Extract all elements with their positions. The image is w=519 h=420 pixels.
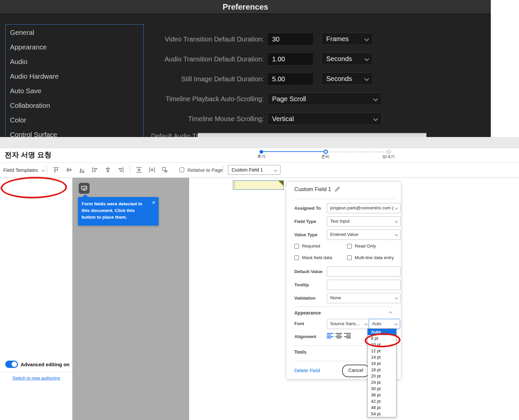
font-size-option[interactable]: 8 pt [368, 335, 396, 341]
clipped-row-control [198, 133, 426, 137]
timeline-playback-value: Page Scroll [272, 95, 306, 103]
audio-transition-value-input[interactable]: 1.00 [267, 53, 314, 65]
still-image-label: Still Image Default Duration: [111, 75, 264, 83]
font-size-option[interactable]: 10 pt [368, 341, 396, 348]
chevron-down-icon [395, 220, 398, 223]
chevron-down-icon [395, 206, 398, 210]
cancel-button[interactable]: Cancel [342, 365, 369, 377]
font-size-option[interactable]: 20 pt [368, 373, 396, 379]
font-size-option[interactable]: 54 pt [368, 411, 396, 417]
align-text-right-icon[interactable] [344, 333, 351, 338]
tooltip-text: Form fields were detected in this docume… [82, 201, 145, 221]
divider [47, 166, 47, 174]
validation-select[interactable]: None [327, 293, 401, 303]
font-family-select[interactable]: Source Sans... [327, 319, 370, 329]
font-size-option[interactable]: 24 pt [368, 379, 396, 385]
font-size-option[interactable]: 18 pt [368, 367, 396, 373]
font-size-option[interactable]: 14 pt [368, 354, 396, 360]
align-horizontal-center-icon[interactable] [104, 166, 111, 174]
font-size-option[interactable]: 12 pt [368, 348, 396, 354]
screenshot-root: Preferences General Appearance Audio Aud… [0, 0, 519, 420]
align-text-center-icon[interactable] [335, 333, 342, 338]
still-image-unit-select[interactable]: Seconds [321, 72, 373, 85]
required-checkbox[interactable] [294, 244, 299, 248]
divider [0, 372, 72, 372]
video-transition-unit-select[interactable]: Frames [321, 33, 373, 45]
chevron-down-icon [395, 233, 398, 236]
field-type-select[interactable]: Text Input [327, 216, 401, 227]
advanced-editing-toggle[interactable] [5, 361, 18, 368]
audio-transition-unit-select[interactable]: Seconds [321, 52, 373, 65]
font-size-option[interactable]: 36 pt [368, 392, 396, 398]
switch-authoring-link[interactable]: Switch to new authoring [0, 376, 72, 381]
drag-handle[interactable] [234, 182, 235, 188]
font-size-option[interactable]: 42 pt [368, 398, 396, 404]
preferences-dialog: Preferences General Appearance Audio Aud… [0, 0, 491, 137]
field-corner-marker [278, 181, 283, 186]
delete-field-link[interactable]: Delete Field [294, 368, 320, 373]
appearance-section-label[interactable]: Appearance [294, 310, 321, 315]
align-left-icon[interactable] [91, 166, 99, 174]
font-size-select[interactable]: Auto [369, 319, 400, 329]
timeline-playback-select[interactable]: Page Scroll [267, 93, 382, 105]
stepper-line-done [262, 151, 324, 152]
font-size-option[interactable]: 48 pt [368, 404, 396, 411]
prefs-category-control-surface[interactable]: Control Surface [6, 127, 143, 137]
distribute-horizontal-icon[interactable] [135, 166, 143, 174]
font-size-option[interactable]: 16 pt [368, 360, 396, 367]
match-size-icon[interactable] [161, 166, 169, 174]
chevron-down-icon [42, 169, 45, 172]
detect-fields-button[interactable] [79, 183, 90, 194]
tooltip-close-icon[interactable]: × [152, 200, 155, 205]
assigned-to-select[interactable]: jongeun.park@concentrix.com ( [327, 203, 401, 213]
audio-transition-label: Audio Transition Default Duration: [111, 55, 264, 63]
validation-value: None [330, 295, 341, 300]
step-dot-add [260, 150, 263, 154]
video-transition-value-input[interactable]: 30 [267, 33, 314, 45]
edit-pencil-icon[interactable] [334, 186, 340, 192]
multiline-checkbox[interactable] [347, 255, 352, 260]
font-size-option[interactable]: 30 pt [368, 385, 396, 392]
align-bottom-icon[interactable] [78, 166, 86, 174]
font-size-value: Auto [372, 321, 381, 326]
still-image-unit-value: Seconds [326, 75, 352, 82]
field-type-value: Text Input [330, 219, 350, 224]
audio-transition-unit-value: Seconds [326, 55, 352, 62]
distribute-vertical-icon[interactable] [148, 166, 156, 174]
coachmark-tooltip: Form fields were detected in this docume… [78, 197, 159, 226]
chevron-down-icon [364, 36, 369, 41]
divider [294, 307, 395, 307]
value-type-select[interactable]: Entered Value [327, 230, 401, 240]
advanced-editing-label: Advanced editing on [21, 362, 70, 367]
tooltip-input[interactable] [327, 280, 401, 290]
step-dot-prepare [324, 150, 328, 154]
timeline-mouse-select[interactable]: Vertical [267, 112, 382, 125]
chevron-down-icon [395, 322, 398, 325]
form-field-detect-icon [81, 185, 88, 192]
chevron-down-icon [373, 97, 378, 101]
relative-to-page-checkbox[interactable] [180, 168, 184, 172]
custom-field-placed[interactable] [233, 180, 284, 190]
align-text-left-icon[interactable] [327, 333, 334, 338]
read-only-checkbox[interactable] [347, 244, 352, 248]
default-value-input[interactable] [327, 266, 401, 277]
field-templates-dropdown[interactable]: Field Templates [3, 167, 44, 173]
still-image-value-input[interactable]: 5.00 [267, 73, 314, 85]
font-size-option[interactable]: Auto [368, 329, 396, 335]
align-top-icon[interactable] [52, 166, 60, 174]
relative-to-page-label: Relative to Page [187, 168, 223, 173]
chevron-down-icon [395, 296, 398, 300]
chevron-up-icon[interactable] [389, 312, 392, 315]
page-title: 전자 서명 요청 [5, 150, 51, 160]
font-label: Font [294, 321, 304, 326]
tools-section-label[interactable]: Tools [294, 349, 306, 355]
align-vertical-center-icon[interactable] [65, 166, 73, 174]
divider [223, 166, 223, 174]
align-right-icon[interactable] [117, 166, 124, 174]
mask-field-checkbox[interactable] [294, 255, 299, 260]
value-type-value: Entered Value [330, 232, 358, 237]
field-navigator-select[interactable]: Custom Field 1 [228, 165, 280, 175]
divider [0, 163, 519, 163]
field-templates-label: Field Templates [3, 167, 38, 173]
chevron-down-icon [274, 169, 277, 172]
